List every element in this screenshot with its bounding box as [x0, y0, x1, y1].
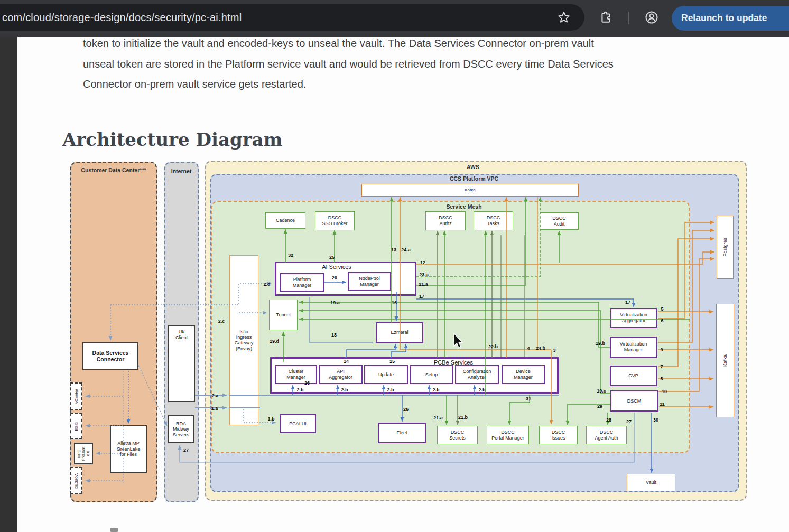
edge-label: 21.b — [458, 415, 468, 420]
node-fleet: Fleet — [378, 423, 426, 443]
node-cadence: Cadence — [265, 212, 305, 229]
edge-label: 2.b — [296, 387, 303, 393]
edge-label: 22.b — [488, 344, 498, 349]
edge-label: 11 — [660, 402, 665, 407]
node-platform-manager: PlatformManager — [280, 273, 324, 292]
node-dscc-audit: DSCCAudit — [540, 212, 579, 230]
node-virtualization-manager: VirtualizationManager — [610, 337, 657, 358]
edge-label: 2.a — [212, 393, 219, 398]
node-update: Update — [364, 365, 408, 384]
edge-label: 17 — [419, 294, 424, 299]
node-device-manager: DeviceManager — [502, 365, 545, 384]
edge-label: 19.b — [596, 341, 605, 346]
architecture-diagram: Customer Data Center***InternetAWSCCS Pl… — [0, 0, 789, 532]
edge-label: 1.b — [267, 416, 274, 422]
edge-label: 3 — [553, 348, 555, 353]
edge-label: 24.a — [401, 247, 411, 253]
node-esxi: ESXi — [70, 413, 82, 439]
url-text: com/cloud/storage-design/docs/security/p… — [0, 12, 242, 24]
edge-label: 19.a — [330, 300, 340, 305]
node-rda-midway-servers: RDAMidwayServers — [168, 415, 194, 443]
node-setup: Setup — [410, 365, 453, 384]
region-label-aws: AWS — [467, 164, 479, 170]
edge-label: 21.a — [419, 282, 428, 287]
node-dl380a: DL380A — [70, 467, 82, 494]
edge-label: 1.a — [211, 406, 218, 411]
edge-label: 19.d — [270, 339, 279, 344]
edge-label: 2.d — [263, 282, 270, 287]
edge-label: 10 — [662, 389, 667, 394]
edge-label: 16 — [392, 300, 397, 305]
edge-label: 26 — [304, 380, 310, 386]
node-data-services-connector: Data ServicesConnector — [82, 342, 138, 370]
node-alletra-mp-greenlake: Alletra MPGreenLakefor Files — [110, 425, 147, 473]
node-tunnel: Tunnel — [269, 300, 298, 330]
edge-label: 29 — [597, 404, 602, 409]
edge-label: 13 — [391, 247, 396, 253]
edge-label: 30 — [653, 417, 658, 423]
edge-label: 31 — [526, 396, 531, 402]
edge-label: 24.b — [536, 346, 545, 351]
node-dscm: DSCM — [610, 390, 658, 412]
node-cvp: CVP — [610, 366, 657, 386]
edge-label: 2.b — [341, 387, 348, 393]
edge-label: 28 — [606, 417, 611, 423]
edge-label: 8 — [660, 376, 663, 381]
node-nodepool-manager: NodePoolManager — [348, 272, 391, 291]
relaunch-button[interactable]: Relaunch to update — [672, 6, 789, 31]
edge-label: 2.b — [432, 387, 439, 393]
node-dscc-tasks: DSCCTasks — [474, 211, 513, 230]
edge-label: 27 — [626, 419, 632, 424]
edge-label: 19.c — [597, 388, 606, 394]
edge-label: 21.a — [433, 415, 443, 421]
node-dscc-agent-auth: DSCCAgent Auth — [586, 426, 627, 444]
node-virtualization-aggregator: VirtualizationAggregator — [610, 308, 657, 328]
edge-label: 2.b — [478, 387, 485, 393]
node-dscc-portal-manager: DSCCPortal Manager — [487, 426, 529, 444]
node-dscc-authz: DSCCAuthz — [425, 211, 466, 230]
edge-label: 9 — [660, 347, 663, 352]
node-hpe-proliant: HPE ProLiant 8.0 — [74, 443, 93, 464]
edge-label: 27 — [183, 447, 189, 453]
node-pcai-ui: PCAI UI — [280, 414, 316, 433]
node-dscc-issues: DSCCIssues — [539, 426, 578, 444]
browser-toolbar: com/cloud/storage-design/docs/security/p… — [0, 0, 789, 37]
edge-label: 7 — [660, 364, 663, 369]
edge-label: 18 — [331, 332, 337, 338]
extensions-icon[interactable] — [597, 8, 615, 26]
node-dscc-secrets: DSCCSecrets — [437, 426, 478, 444]
edge-label: 32 — [288, 253, 293, 258]
node-configuration-analyzer: ConfigurationAnalyzer — [455, 365, 499, 384]
region-label-ccs-platform-vpc: CCS Platform VPC — [450, 175, 498, 182]
edge-label: 14 — [344, 359, 349, 364]
edge-label: 15 — [389, 359, 395, 364]
url-bar[interactable]: com/cloud/storage-design/docs/security/p… — [0, 4, 584, 31]
node-cluster-manager: ClusterManager — [275, 365, 317, 384]
node-kafka-top: Kafka — [361, 184, 579, 197]
node-api-aggregator: APIAggregator — [319, 365, 363, 384]
edge-label: 5 — [661, 306, 663, 312]
node-title-pcbe-services: PCBe Services — [422, 359, 485, 366]
toolbar-separator — [628, 12, 629, 24]
node-ui-client: UI/Client — [168, 325, 195, 402]
node-dscc-sso-broker: DSCCSSO Broker — [315, 211, 355, 230]
edge-label: 2.c — [218, 319, 225, 324]
region-label-service-mesh: Service Mesh — [446, 203, 481, 210]
node-kafka-right: Kafka — [716, 304, 734, 417]
region-label-internet: Internet — [171, 168, 192, 174]
node-istio-ingress-gateway: IstioIngressGateway(Envoy) — [229, 255, 258, 425]
node-ezmeral: Ezmeral — [376, 322, 423, 343]
node-vcenter: vCenter — [70, 382, 82, 410]
edge-label: 4 — [527, 346, 530, 351]
bookmark-star-icon[interactable] — [555, 8, 573, 26]
node-postgres: Postgres — [717, 216, 734, 279]
profile-icon[interactable] — [643, 8, 661, 26]
region-label-customer-data-center: Customer Data Center*** — [81, 167, 146, 173]
edge-label: 20 — [332, 275, 337, 281]
edge-label: 26 — [403, 407, 409, 412]
node-vault: Vault — [627, 474, 675, 491]
edge-label: 25 — [329, 255, 335, 260]
node-title-ai-services: AI Services — [305, 264, 368, 270]
mouse-cursor — [453, 333, 466, 350]
edge-label: 2.b — [387, 387, 394, 393]
